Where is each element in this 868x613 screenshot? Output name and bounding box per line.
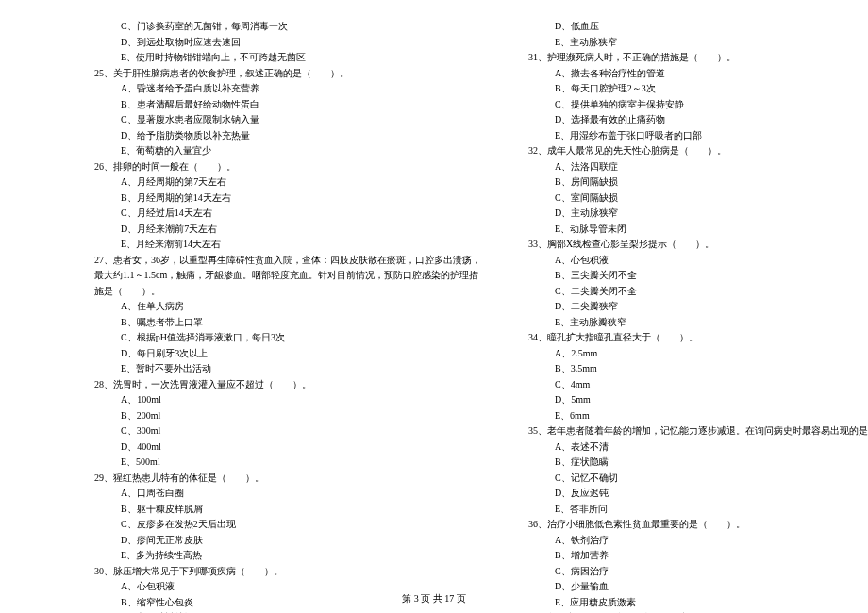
option-line: E、多为持续性高热 — [94, 548, 481, 564]
option-line: D、5mm — [528, 392, 868, 408]
option-line: D、400ml — [94, 439, 481, 456]
option-line: E、使用时持物钳钳端向上，不可跨越无菌区 — [94, 50, 481, 66]
question-line: 27、患者女，36岁，以重型再生障碍性贫血入院，查体：四肢皮肤散在瘀斑，口腔多出… — [94, 253, 481, 269]
option-line: B、200ml — [94, 408, 481, 424]
question-line: 30、脉压增大常见于下列哪项疾病（ ）。 — [94, 564, 481, 580]
option-line: B、躯干糠皮样脱屑 — [94, 502, 481, 518]
option-line: B、每天口腔护理2～3次 — [528, 81, 868, 97]
option-line: E、用湿纱布盖于张口呼吸者的口部 — [528, 128, 868, 144]
option-line: D、反应迟钝 — [528, 486, 868, 502]
option-line: D、低血压 — [528, 19, 868, 35]
option-line: C、病因治疗 — [528, 564, 868, 580]
option-line: A、心包积液 — [528, 253, 868, 269]
two-column-layout: C、门诊换药室的无菌钳，每周消毒一次D、到远处取物时应速去速回E、使用时持物钳钳… — [94, 19, 793, 613]
question-line: 36、治疗小细胞低色素性贫血最重要的是（ ）。 — [528, 517, 868, 533]
option-line: B、月经周期的第14天左右 — [94, 191, 481, 207]
option-line: C、4mm — [528, 377, 868, 393]
option-line: E、葡萄糖的入量宜少 — [94, 143, 481, 159]
question-line: 34、瞳孔扩大指瞳孔直径大于（ ）。 — [528, 330, 868, 346]
option-line: A、口周苍白圈 — [94, 486, 481, 502]
option-line: C、门诊换药室的无菌钳，每周消毒一次 — [94, 19, 481, 35]
option-line: D、选择最有效的止痛药物 — [528, 112, 868, 128]
option-line: D、到远处取物时应速去速回 — [94, 35, 481, 51]
option-line: D、每日刷牙3次以上 — [94, 346, 481, 362]
option-line: C、皮疹多在发热2天后出现 — [94, 517, 481, 533]
option-line: A、铁剂治疗 — [528, 533, 868, 549]
option-line: D、二尖瓣狭窄 — [528, 299, 868, 315]
question-line: 31、护理濒死病人时，不正确的措施是（ ）。 — [528, 50, 868, 66]
option-line: D、疹间无正常皮肤 — [94, 533, 481, 549]
option-line: E、主动脉狭窄 — [528, 35, 868, 51]
option-line: C、300ml — [94, 423, 481, 439]
option-line: E、暂时不要外出活动 — [94, 361, 481, 377]
option-line: C、二尖瓣关闭不全 — [528, 284, 868, 300]
option-line: A、撤去各种治疗性的管道 — [528, 66, 868, 82]
option-line: E、答非所问 — [528, 502, 868, 518]
question-line: 施是（ ）。 — [94, 284, 481, 300]
option-line: B、增加营养 — [528, 548, 868, 564]
option-line: D、主动脉狭窄 — [528, 206, 868, 222]
option-line: B、患者清醒后最好给动物性蛋白 — [94, 97, 481, 113]
question-line: 26、排卵的时间一般在（ ）。 — [94, 159, 481, 175]
option-line: C、月经过后14天左右 — [94, 206, 481, 222]
option-line: C、根据pH值选择消毒液漱口，每日3次 — [94, 330, 481, 346]
question-line: 29、猩红热患儿特有的体征是（ ）。 — [94, 471, 481, 487]
option-line: C、显著腹水患者应限制水钠入量 — [94, 112, 481, 128]
option-line: A、法洛四联症 — [528, 159, 868, 175]
option-line: C、记忆不确切 — [528, 471, 868, 487]
option-line: E、月经来潮前14天左右 — [94, 237, 481, 253]
option-line: B、房间隔缺损 — [528, 174, 868, 191]
option-line: E、500ml — [94, 455, 481, 471]
question-line: 25、关于肝性脑病患者的饮食护理，叙述正确的是（ ）。 — [94, 66, 481, 82]
option-line: A、100ml — [94, 392, 481, 408]
option-line: A、住单人病房 — [94, 299, 481, 315]
option-line: C、提供单独的病室并保持安静 — [528, 97, 868, 113]
option-line: C、室间隔缺损 — [528, 191, 868, 207]
question-line: 28、洗胃时，一次洗胃液灌入量应不超过（ ）。 — [94, 377, 481, 393]
question-line: 最大约1.1～1.5cm，触痛，牙龈渗血。咽部轻度充血。针对目前情况，预防口腔感… — [94, 268, 481, 284]
option-line: A、月经周期的第7天左右 — [94, 174, 481, 191]
question-line: 32、成年人最常见的先天性心脏病是（ ）。 — [528, 143, 868, 159]
option-line: A、表述不清 — [528, 439, 868, 456]
option-line: D、月经来潮前7天左右 — [94, 222, 481, 238]
option-line: D、给予脂肪类物质以补充热量 — [94, 128, 481, 144]
left-column: C、门诊换药室的无菌钳，每周消毒一次D、到远处取物时应速去速回E、使用时持物钳钳… — [94, 19, 481, 613]
page-footer: 第 3 页 共 17 页 — [0, 592, 868, 605]
right-column: D、低血压E、主动脉狭窄31、护理濒死病人时，不正确的措施是（ ）。A、撤去各种… — [528, 19, 868, 613]
option-line: E、动脉导管未闭 — [528, 222, 868, 238]
option-line: E、6mm — [528, 408, 868, 424]
question-line: 35、老年患者随着年龄的增加，记忆能力逐步减退。在询问病史时最容易出现的是（ ）… — [528, 423, 868, 439]
option-line: B、3.5mm — [528, 361, 868, 377]
option-line: B、嘱患者带上口罩 — [94, 315, 481, 331]
option-line: A、2.5mm — [528, 346, 868, 362]
question-line: 33、胸部X线检查心影呈梨形提示（ ）。 — [528, 237, 868, 253]
option-line: A、昏迷者给予蛋白质以补充营养 — [94, 81, 481, 97]
option-line: E、主动脉瓣狭窄 — [528, 315, 868, 331]
option-line: B、三尖瓣关闭不全 — [528, 268, 868, 284]
option-line: B、症状隐瞒 — [528, 455, 868, 471]
